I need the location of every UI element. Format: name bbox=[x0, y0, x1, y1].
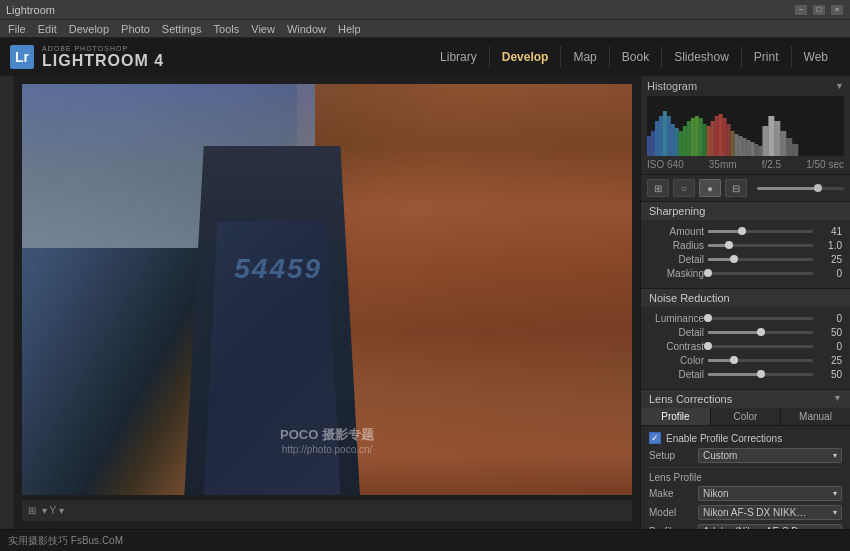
photo-container[interactable]: 54459 POCO 摄影专题 http://photo.poco.cn/ bbox=[22, 84, 632, 495]
spot-tool[interactable]: ○ bbox=[673, 179, 695, 197]
menu-file[interactable]: File bbox=[8, 23, 26, 35]
sharpening-masking-track[interactable] bbox=[708, 272, 813, 275]
svg-rect-9 bbox=[683, 126, 687, 156]
sharpening-header[interactable]: Sharpening bbox=[641, 202, 850, 220]
noise-reduction-header[interactable]: Noise Reduction bbox=[641, 289, 850, 307]
sharpening-detail-track[interactable] bbox=[708, 258, 813, 261]
lens-profile-value[interactable]: Adobe (Nikon AF-S DX NIKKO... ▾ bbox=[698, 524, 842, 529]
nr-detail-row: Detail 50 bbox=[649, 327, 842, 338]
lr-text: ADOBE PHOTOSHOP LIGHTROOM 4 bbox=[42, 45, 164, 70]
shutter-info: 1/50 sec bbox=[806, 159, 844, 170]
nr-detail-value: 50 bbox=[817, 327, 842, 338]
histogram-expand-icon[interactable]: ▼ bbox=[835, 81, 844, 91]
sharpening-masking-row: Masking 0 bbox=[649, 268, 842, 279]
svg-rect-19 bbox=[723, 118, 727, 156]
tab-book[interactable]: Book bbox=[609, 46, 661, 68]
menu-edit[interactable]: Edit bbox=[38, 23, 57, 35]
svg-rect-8 bbox=[679, 131, 683, 156]
photo-image: 54459 POCO 摄影专题 http://photo.poco.cn/ bbox=[22, 84, 632, 495]
sharpening-radius-row: Radius 1.0 bbox=[649, 240, 842, 251]
close-button[interactable]: × bbox=[830, 4, 844, 16]
minimize-button[interactable]: − bbox=[794, 4, 808, 16]
lens-corrections-header[interactable]: Lens Corrections ▼ bbox=[641, 390, 850, 408]
menu-help[interactable]: Help bbox=[338, 23, 361, 35]
enable-corrections-checkbox[interactable]: ✓ bbox=[649, 432, 661, 444]
lens-info: 35mm bbox=[709, 159, 737, 170]
crop-icon[interactable]: ⊞ bbox=[28, 505, 36, 516]
adjust-tool[interactable]: ● bbox=[699, 179, 721, 197]
svg-rect-6 bbox=[671, 124, 675, 156]
profile-dropdown-icon: ▾ bbox=[833, 527, 837, 529]
lens-model-value[interactable]: Nikon AF-S DX NIKKOR 35mm... ▾ bbox=[698, 505, 842, 520]
sharpening-title: Sharpening bbox=[649, 205, 705, 217]
histogram-info: ISO 640 35mm f/2.5 1/50 sec bbox=[647, 159, 844, 170]
svg-rect-31 bbox=[774, 121, 780, 156]
nr-color-row: Color 25 bbox=[649, 355, 842, 366]
menu-settings[interactable]: Settings bbox=[162, 23, 202, 35]
nr-luminance-track[interactable] bbox=[708, 317, 813, 320]
svg-rect-14 bbox=[703, 124, 707, 156]
lens-setup-label: Setup bbox=[649, 450, 694, 461]
sharpening-content: Amount 41 Radius 1.0 bbox=[641, 220, 850, 288]
maximize-button[interactable]: □ bbox=[812, 4, 826, 16]
zoom-indicator: ▾ Y ▾ bbox=[42, 505, 64, 516]
nr-detail-track[interactable] bbox=[708, 331, 813, 334]
tab-library[interactable]: Library bbox=[428, 46, 489, 68]
menu-tools[interactable]: Tools bbox=[214, 23, 240, 35]
nr-detail-label: Detail bbox=[649, 327, 704, 338]
left-panel bbox=[0, 76, 14, 529]
menu-view[interactable]: View bbox=[251, 23, 275, 35]
lens-setup-value[interactable]: Custom ▾ bbox=[698, 448, 842, 463]
svg-rect-22 bbox=[735, 134, 739, 156]
crop-tool[interactable]: ⊞ bbox=[647, 179, 669, 197]
lens-model-row: Model Nikon AF-S DX NIKKOR 35mm... ▾ bbox=[649, 505, 842, 520]
svg-rect-10 bbox=[687, 121, 691, 156]
lens-tab-profile[interactable]: Profile bbox=[641, 408, 711, 425]
svg-rect-2 bbox=[655, 121, 659, 156]
grad-tool[interactable]: ⊟ bbox=[725, 179, 747, 197]
svg-rect-1 bbox=[651, 131, 655, 156]
lens-tab-manual[interactable]: Manual bbox=[781, 408, 850, 425]
nr-color-detail-row: Detail 50 bbox=[649, 369, 842, 380]
svg-rect-11 bbox=[691, 118, 695, 156]
menu-develop[interactable]: Develop bbox=[69, 23, 109, 35]
app-name: LIGHTROOM 4 bbox=[42, 52, 164, 70]
lens-make-label: Make bbox=[649, 488, 694, 499]
menu-window[interactable]: Window bbox=[287, 23, 326, 35]
titlebar-controls: − □ × bbox=[794, 4, 844, 16]
nr-color-detail-track[interactable] bbox=[708, 373, 813, 376]
tab-map[interactable]: Map bbox=[560, 46, 608, 68]
svg-rect-3 bbox=[659, 116, 663, 156]
lens-tabs: Profile Color Manual bbox=[641, 408, 850, 426]
svg-rect-32 bbox=[780, 131, 786, 156]
svg-rect-28 bbox=[758, 146, 762, 156]
lens-make-value[interactable]: Nikon ▾ bbox=[698, 486, 842, 501]
sharpening-amount-track[interactable] bbox=[708, 230, 813, 233]
sharpening-detail-row: Detail 25 bbox=[649, 254, 842, 265]
nr-contrast-track[interactable] bbox=[708, 345, 813, 348]
photo-area: 54459 POCO 摄影专题 http://photo.poco.cn/ ⊞ … bbox=[14, 76, 640, 529]
lens-profile-label: Profile bbox=[649, 526, 694, 529]
adobe-text: ADOBE PHOTOSHOP bbox=[42, 45, 164, 52]
svg-rect-15 bbox=[707, 126, 711, 156]
sharpening-detail-label: Detail bbox=[649, 254, 704, 265]
lens-tab-color[interactable]: Color bbox=[711, 408, 781, 425]
tab-print[interactable]: Print bbox=[741, 46, 791, 68]
tab-slideshow[interactable]: Slideshow bbox=[661, 46, 741, 68]
sharpening-radius-value: 1.0 bbox=[817, 240, 842, 251]
nr-contrast-row: Contrast 0 bbox=[649, 341, 842, 352]
menu-photo[interactable]: Photo bbox=[121, 23, 150, 35]
sharpening-amount-label: Amount bbox=[649, 226, 704, 237]
nr-color-detail-value: 50 bbox=[817, 369, 842, 380]
svg-rect-16 bbox=[711, 121, 715, 156]
svg-rect-13 bbox=[699, 118, 703, 156]
enable-corrections-label: Enable Profile Corrections bbox=[666, 433, 782, 444]
tab-develop[interactable]: Develop bbox=[489, 46, 561, 68]
svg-rect-7 bbox=[675, 128, 679, 156]
nr-color-track[interactable] bbox=[708, 359, 813, 362]
nr-luminance-row: Luminance 0 bbox=[649, 313, 842, 324]
histogram-section: Histogram ▼ bbox=[641, 76, 850, 175]
sharpening-radius-track[interactable] bbox=[708, 244, 813, 247]
tab-web[interactable]: Web bbox=[791, 46, 840, 68]
lens-model-label: Model bbox=[649, 507, 694, 518]
